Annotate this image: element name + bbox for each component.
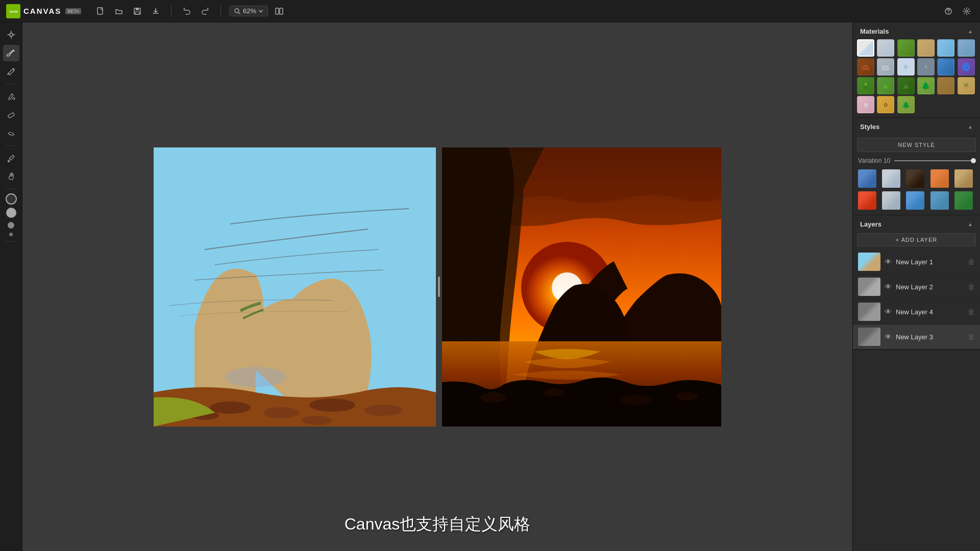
- layer-item-2[interactable]: 👁 New Layer 2 🗑: [853, 274, 980, 299]
- svg-point-10: [948, 13, 949, 14]
- material-r4-4[interactable]: ✿: [877, 96, 894, 113]
- separator-1: [171, 6, 172, 17]
- svg-point-18: [263, 407, 299, 418]
- material-r3-3[interactable]: [877, 77, 894, 94]
- svg-point-32: [864, 83, 867, 86]
- style-7[interactable]: [881, 190, 901, 211]
- material-r2-4[interactable]: ≡: [917, 58, 935, 76]
- svg-point-17: [210, 402, 251, 414]
- style-6[interactable]: [857, 190, 877, 211]
- svg-point-19: [309, 398, 355, 412]
- material-r3-2[interactable]: [857, 77, 874, 94]
- style-8[interactable]: [905, 190, 925, 211]
- layer-delete-1[interactable]: 🗑: [968, 258, 975, 266]
- style-2[interactable]: [881, 168, 901, 189]
- style-3[interactable]: [905, 168, 925, 189]
- variation-slider[interactable]: [894, 160, 975, 161]
- layer-delete-4[interactable]: 🗑: [968, 308, 975, 316]
- canvas-right[interactable]: [442, 147, 721, 427]
- help-button[interactable]: [941, 4, 955, 18]
- svg-rect-7: [276, 8, 279, 14]
- layer-visibility-3[interactable]: 👁: [885, 333, 892, 341]
- canvas-left[interactable]: [154, 147, 436, 427]
- material-r2-5[interactable]: [937, 58, 954, 76]
- brush-size-small: [9, 233, 13, 236]
- material-r4-1[interactable]: [937, 77, 954, 94]
- add-layer-button[interactable]: + ADD LAYER: [857, 233, 976, 246]
- new-button[interactable]: [93, 4, 108, 18]
- svg-point-11: [966, 10, 968, 12]
- material-r4-3[interactable]: ✿: [857, 96, 874, 113]
- styles-chevron: ▲: [968, 124, 973, 130]
- smudge-tool[interactable]: [3, 125, 19, 141]
- svg-point-22: [302, 416, 332, 425]
- foreground-color[interactable]: [6, 193, 17, 205]
- svg-point-29: [544, 388, 565, 396]
- layer-visibility-1[interactable]: 👁: [885, 258, 892, 266]
- eyedropper-tool[interactable]: [3, 150, 19, 166]
- material-cloud[interactable]: [877, 39, 894, 57]
- view-toggle-button[interactable]: [272, 4, 286, 18]
- zoom-control[interactable]: 62%: [229, 6, 268, 16]
- nvidia-logo: NVIDIA: [6, 4, 20, 18]
- material-r2-3[interactable]: ❄: [897, 58, 915, 76]
- material-grass[interactable]: [897, 39, 915, 57]
- materials-chevron: ▲: [968, 29, 973, 34]
- svg-point-20: [364, 405, 403, 416]
- separator-2: [220, 6, 221, 17]
- style-9[interactable]: [929, 190, 950, 211]
- layer-delete-3[interactable]: 🗑: [968, 333, 975, 341]
- layer-name-3: New Layer 3: [896, 333, 964, 341]
- svg-rect-14: [8, 112, 14, 118]
- material-r3-4[interactable]: [897, 77, 915, 94]
- open-button[interactable]: [112, 4, 126, 18]
- layer-delete-2[interactable]: 🗑: [968, 283, 975, 291]
- style-1[interactable]: [857, 168, 877, 189]
- layers-chevron: ▲: [968, 221, 973, 227]
- right-panel: Materials ▲ ❄ ≡: [852, 22, 980, 551]
- material-blue[interactable]: [958, 39, 975, 57]
- layer-item-4[interactable]: 👁 New Layer 4 🗑: [853, 299, 980, 324]
- canvas-area[interactable]: Canvas也支持自定义风格: [22, 22, 852, 551]
- style-5[interactable]: [953, 168, 974, 189]
- move-tool[interactable]: [3, 27, 19, 43]
- material-snow[interactable]: [857, 39, 874, 57]
- layers-header[interactable]: Layers ▲: [853, 215, 980, 231]
- material-r2-1[interactable]: [857, 58, 874, 76]
- eraser-tool[interactable]: [3, 107, 19, 123]
- layer-visibility-4[interactable]: 👁: [885, 308, 892, 316]
- layer-name-4: New Layer 4: [896, 308, 964, 316]
- settings-button[interactable]: [960, 4, 974, 18]
- brush-tool[interactable]: [3, 45, 19, 61]
- material-r3-5[interactable]: 🌲: [917, 77, 935, 94]
- undo-button[interactable]: [180, 4, 194, 18]
- svg-point-31: [676, 392, 698, 400]
- svg-rect-2: [97, 8, 103, 14]
- pencil-tool[interactable]: [3, 63, 19, 80]
- save-button[interactable]: [130, 4, 144, 18]
- layer-name-2: New Layer 2: [896, 283, 964, 291]
- material-r3-1[interactable]: 🌀: [958, 58, 975, 76]
- material-r4-2[interactable]: 🌴: [958, 77, 975, 94]
- layer-visibility-2[interactable]: 👁: [885, 283, 892, 291]
- material-sky[interactable]: [937, 39, 954, 57]
- fill-tool[interactable]: [3, 88, 19, 105]
- style-10[interactable]: [953, 190, 974, 211]
- new-style-button[interactable]: NEW STYLE: [857, 138, 976, 152]
- materials-header[interactable]: Materials ▲: [853, 22, 980, 39]
- material-r4-5[interactable]: 🌲: [897, 96, 915, 113]
- material-sand[interactable]: [917, 39, 935, 57]
- styles-header[interactable]: Styles ▲: [853, 118, 980, 135]
- layer-thumb-3: [858, 328, 880, 346]
- export-button[interactable]: [149, 4, 163, 18]
- styles-section: Styles ▲ NEW STYLE Variation 10: [853, 118, 980, 215]
- hand-tool[interactable]: [3, 168, 19, 185]
- svg-rect-8: [280, 8, 283, 14]
- main-layout: Canvas也支持自定义风格 Materials ▲: [0, 22, 980, 551]
- layer-item-3[interactable]: 👁 New Layer 3 🗑: [853, 324, 980, 349]
- svg-text:NVIDIA: NVIDIA: [10, 10, 18, 13]
- redo-button[interactable]: [198, 4, 212, 18]
- material-r2-2[interactable]: [877, 58, 894, 76]
- layer-item-1[interactable]: 👁 New Layer 1 🗑: [853, 249, 980, 274]
- style-4[interactable]: [929, 168, 950, 189]
